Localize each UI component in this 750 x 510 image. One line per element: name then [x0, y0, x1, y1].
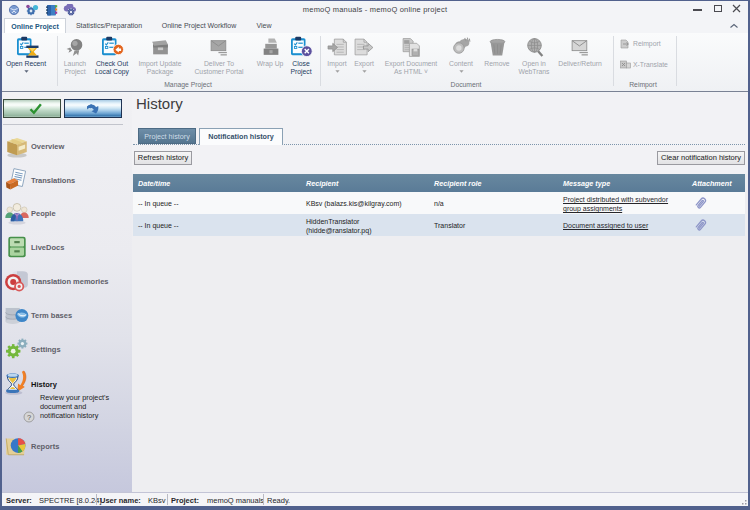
svg-text:?: ?	[27, 413, 31, 422]
